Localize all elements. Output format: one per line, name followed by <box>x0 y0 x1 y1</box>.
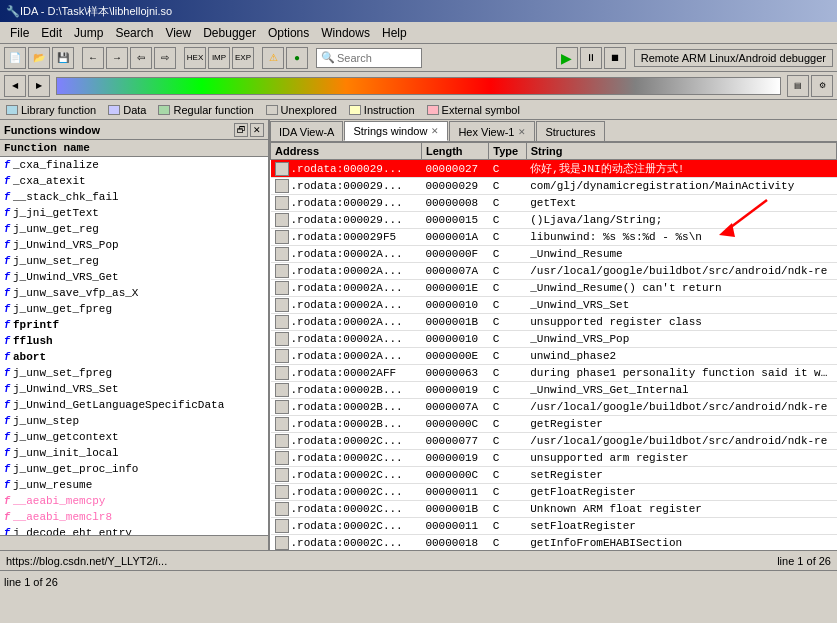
function-list-item[interactable]: f_cxa_finalize <box>0 157 268 173</box>
menu-options[interactable]: Options <box>262 24 315 42</box>
tab-close-btn[interactable]: ✕ <box>518 127 526 137</box>
tab-close-btn[interactable]: ✕ <box>431 126 439 136</box>
stop-btn[interactable]: ⏹ <box>604 47 626 69</box>
function-list-item[interactable]: fj_unw_save_vfp_as_X <box>0 285 268 301</box>
table-row[interactable]: .rodata:00002A... 0000001B C unsupported… <box>271 314 837 331</box>
function-list-item[interactable]: fj_unw_getcontext <box>0 429 268 445</box>
function-name-label: j_Unwind_GetLanguageSpecificData <box>13 399 224 411</box>
warn-btn[interactable]: ⚠ <box>262 47 284 69</box>
pause-btn[interactable]: ⏸ <box>580 47 602 69</box>
table-row[interactable]: .rodata:00002B... 0000000C C getRegister <box>271 416 837 433</box>
cell-string: getText <box>526 195 836 212</box>
cell-type: C <box>489 331 527 348</box>
function-list-item[interactable]: fj_Unwind_GetLanguageSpecificData <box>0 397 268 413</box>
function-list-item[interactable]: fj_Unwind_VRS_Pop <box>0 237 268 253</box>
function-list-item[interactable]: fj_unw_get_reg <box>0 221 268 237</box>
row-icon <box>275 315 289 329</box>
nav-btn3[interactable]: ▤ <box>787 75 809 97</box>
function-list-item[interactable]: fj_unw_init_local <box>0 445 268 461</box>
tab-ida-view[interactable]: IDA View-A <box>270 121 343 141</box>
search-box[interactable]: 🔍 <box>316 48 422 68</box>
play-btn[interactable]: ▶ <box>556 47 578 69</box>
function-list-item[interactable]: fj_unw_set_fpreg <box>0 365 268 381</box>
tab-hex-view[interactable]: Hex View-1✕ <box>449 121 535 141</box>
menu-file[interactable]: File <box>4 24 35 42</box>
table-row[interactable]: .rodata:00002C... 0000001B C Unknown ARM… <box>271 501 837 518</box>
function-list-item[interactable]: f__aeabi_memclr8 <box>0 509 268 525</box>
table-row[interactable]: .rodata:00002B... 00000019 C _Unwind_VRS… <box>271 382 837 399</box>
table-row[interactable]: .rodata:00002A... 0000000F C _Unwind_Res… <box>271 246 837 263</box>
table-row[interactable]: .rodata:000029... 00000029 C com/glj/dyn… <box>271 178 837 195</box>
function-type-icon: f <box>4 272 10 283</box>
horizontal-scrollbar[interactable] <box>0 536 268 551</box>
circle-btn[interactable]: ● <box>286 47 308 69</box>
table-row[interactable]: .rodata:00002A... 00000010 C _Unwind_VRS… <box>271 297 837 314</box>
panel-bottom-scrollbar[interactable] <box>0 535 268 550</box>
menu-view[interactable]: View <box>159 24 197 42</box>
menu-jump[interactable]: Jump <box>68 24 109 42</box>
nav-btn1[interactable]: ◀ <box>4 75 26 97</box>
menu-debugger[interactable]: Debugger <box>197 24 262 42</box>
menu-search[interactable]: Search <box>109 24 159 42</box>
tab-structures[interactable]: Structures <box>536 121 604 141</box>
function-list-item[interactable]: ffprintf <box>0 317 268 333</box>
table-row[interactable]: .rodata:00002C... 00000018 C getInfoFrom… <box>271 535 837 551</box>
hex-btn[interactable]: HEX <box>184 47 206 69</box>
function-list-item[interactable]: fj_unw_step <box>0 413 268 429</box>
function-list-item[interactable]: fj_decode_eht_entry <box>0 525 268 535</box>
function-list-item[interactable]: fj_jni_getText <box>0 205 268 221</box>
cell-type: C <box>489 467 527 484</box>
new-btn[interactable]: 📄 <box>4 47 26 69</box>
table-row[interactable]: .rodata:00002AFF 00000063 C during phase… <box>271 365 837 382</box>
panel-restore-btn[interactable]: 🗗 <box>234 123 248 137</box>
legend-unexplored: Unexplored <box>266 104 337 116</box>
back2-btn[interactable]: ⇦ <box>130 47 152 69</box>
menu-windows[interactable]: Windows <box>315 24 376 42</box>
table-row[interactable]: .rodata:00002B... 0000007A C /usr/local/… <box>271 399 837 416</box>
table-row[interactable]: .rodata:00002A... 0000007A C /usr/local/… <box>271 263 837 280</box>
import-btn[interactable]: IMP <box>208 47 230 69</box>
menu-edit[interactable]: Edit <box>35 24 68 42</box>
nav-btn2[interactable]: ▶ <box>28 75 50 97</box>
back-btn[interactable]: ← <box>82 47 104 69</box>
table-row[interactable]: .rodata:00002A... 0000000E C unwind_phas… <box>271 348 837 365</box>
table-row[interactable]: .rodata:00002C... 00000011 C getFloatReg… <box>271 484 837 501</box>
function-list-item[interactable]: f_cxa_atexit <box>0 173 268 189</box>
table-row[interactable]: .rodata:00002C... 00000011 C setFloatReg… <box>271 518 837 535</box>
strings-table-container[interactable]: Address Length Type String .rodata:00002… <box>270 142 837 550</box>
forward-btn[interactable]: → <box>106 47 128 69</box>
nav-btn4[interactable]: ⚙ <box>811 75 833 97</box>
function-list-item[interactable]: fj_Unwind_VRS_Get <box>0 269 268 285</box>
function-list-item[interactable]: fj_unw_get_proc_info <box>0 461 268 477</box>
fwd2-btn[interactable]: ⇨ <box>154 47 176 69</box>
function-list-item[interactable]: f__stack_chk_fail <box>0 189 268 205</box>
table-row[interactable]: .rodata:000029F5 0000001A C libunwind: %… <box>271 229 837 246</box>
tab-strings-window[interactable]: Strings window✕ <box>344 121 448 141</box>
cell-address: .rodata:00002C... <box>271 501 422 518</box>
function-list-item[interactable]: fabort <box>0 349 268 365</box>
open-btn[interactable]: 📂 <box>28 47 50 69</box>
function-list-item[interactable]: fj_unw_get_fpreg <box>0 301 268 317</box>
function-list-item[interactable]: fj_Unwind_VRS_Set <box>0 381 268 397</box>
function-list-item[interactable]: fj_unw_set_reg <box>0 253 268 269</box>
remote-debugger-label[interactable]: Remote ARM Linux/Android debugger <box>634 49 833 67</box>
menu-help[interactable]: Help <box>376 24 413 42</box>
table-row[interactable]: .rodata:00002C... 00000019 C unsupported… <box>271 450 837 467</box>
function-list-item[interactable]: ffflush <box>0 333 268 349</box>
table-row[interactable]: .rodata:00002A... 00000010 C _Unwind_VRS… <box>271 331 837 348</box>
save-btn[interactable]: 💾 <box>52 47 74 69</box>
function-name-label: j_Unwind_VRS_Get <box>13 271 119 283</box>
table-row[interactable]: .rodata:000029... 00000008 C getText <box>271 195 837 212</box>
table-row[interactable]: .rodata:00002C... 0000000C C setRegister <box>271 467 837 484</box>
function-list[interactable]: f_cxa_finalizef_cxa_atexitf__stack_chk_f… <box>0 157 268 535</box>
panel-close-btn[interactable]: ✕ <box>250 123 264 137</box>
cell-length: 0000000C <box>421 416 488 433</box>
search-input[interactable] <box>337 52 417 64</box>
table-row[interactable]: .rodata:00002A... 0000001E C _Unwind_Res… <box>271 280 837 297</box>
table-row[interactable]: .rodata:000029... 00000015 C ()Ljava/lan… <box>271 212 837 229</box>
export-btn[interactable]: EXP <box>232 47 254 69</box>
function-list-item[interactable]: f__aeabi_memcpy <box>0 493 268 509</box>
table-row[interactable]: .rodata:00002C... 00000077 C /usr/local/… <box>271 433 837 450</box>
table-row[interactable]: .rodata:000029... 00000027 C 你好,我是JNI的动态… <box>271 160 837 178</box>
function-list-item[interactable]: fj_unw_resume <box>0 477 268 493</box>
